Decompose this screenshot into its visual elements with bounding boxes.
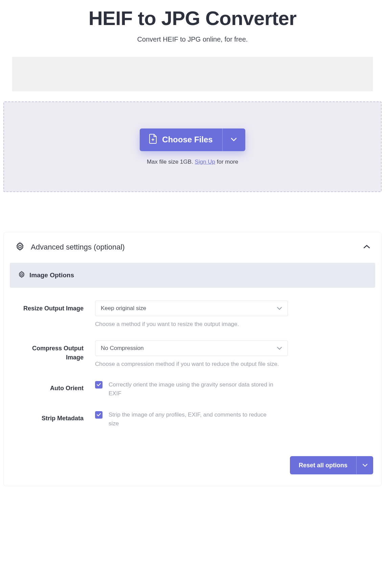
auto-orient-checkbox[interactable] (95, 381, 103, 389)
gear-icon (15, 242, 25, 253)
compress-select[interactable]: No Compression (95, 340, 288, 356)
strip-metadata-label: Strip Metadata (16, 410, 84, 428)
reset-all-options-button[interactable]: Reset all options (290, 456, 356, 474)
choose-files-label: Choose Files (162, 135, 212, 144)
reset-dropdown-button[interactable] (356, 456, 373, 474)
compress-help: Choose a compression method if you want … (95, 361, 369, 368)
signup-link[interactable]: Sign Up (195, 159, 215, 165)
image-options-title: Image Options (29, 272, 74, 279)
chevron-down-icon (231, 137, 237, 142)
resize-select[interactable]: Keep original size (95, 301, 288, 316)
strip-metadata-desc: Strip the image of any profiles, EXIF, a… (109, 410, 274, 428)
resize-help: Choose a method if you want to resize th… (95, 321, 369, 328)
gear-icon (18, 271, 25, 280)
chevron-down-icon (362, 463, 368, 468)
file-size-hint: Max file size 1GB. Sign Up for more (147, 159, 238, 165)
advanced-settings-title: Advanced settings (optional) (31, 243, 125, 252)
page-title: HEIF to JPG Converter (0, 7, 385, 29)
advanced-settings-toggle[interactable]: Advanced settings (optional) (10, 242, 375, 253)
check-icon (96, 382, 101, 388)
auto-orient-label: Auto Orient (16, 380, 84, 398)
image-options-section-header: Image Options (10, 263, 375, 288)
chevron-up-icon (363, 244, 370, 250)
compress-select-value: No Compression (101, 345, 144, 352)
choose-files-button[interactable]: Choose Files (140, 128, 222, 151)
chevron-down-icon (277, 345, 282, 351)
check-icon (96, 412, 101, 418)
svg-point-1 (21, 274, 23, 276)
choose-files-dropdown-button[interactable] (222, 128, 245, 151)
advanced-settings-panel: Advanced settings (optional) Image Optio… (3, 232, 382, 486)
strip-metadata-checkbox[interactable] (95, 411, 103, 419)
svg-point-0 (19, 245, 21, 248)
resize-select-value: Keep original size (101, 305, 146, 312)
auto-orient-desc: Correctly orient the image using the gra… (109, 380, 274, 398)
file-dropzone[interactable]: Choose Files Max file size 1GB. Sign Up … (3, 101, 382, 192)
resize-label: Resize Output Image (16, 301, 84, 328)
file-add-icon (149, 134, 157, 146)
chevron-down-icon (277, 305, 282, 311)
ad-placeholder (12, 57, 373, 91)
compress-label: Compress Output Image (16, 340, 84, 368)
page-subtitle: Convert HEIF to JPG online, for free. (0, 36, 385, 43)
